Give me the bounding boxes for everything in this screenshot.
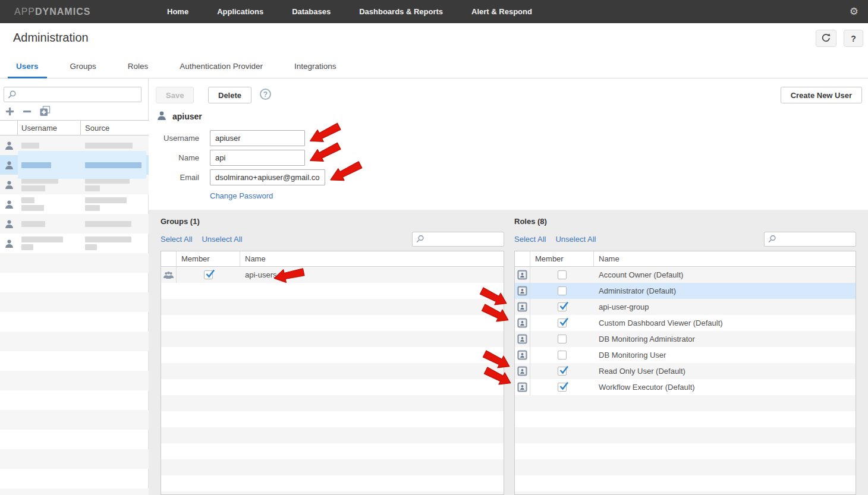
role-row-workflow-executor-default[interactable]: Workflow Executor (Default) — [515, 379, 856, 395]
member-checkbox[interactable] — [558, 383, 567, 392]
delete-button[interactable]: Delete — [208, 87, 251, 103]
empty-row — [0, 430, 149, 449]
tab-authentication-provider[interactable]: Authentication Provider — [171, 56, 271, 78]
role-row-db-monitoring-administrator[interactable]: DB Monitoring Administrator — [515, 331, 856, 347]
empty-row — [515, 443, 856, 459]
duplicate-user-icon[interactable] — [39, 106, 51, 116]
member-checkbox[interactable] — [204, 270, 213, 279]
groups-table-header: Member Name — [161, 251, 504, 267]
roles-table-header: Member Name — [515, 251, 856, 267]
member-checkbox[interactable] — [558, 302, 567, 311]
groups-panel: Groups (1) Select All Unselect All Membe… — [161, 210, 504, 495]
empty-row — [161, 459, 504, 475]
email-row: Email — [149, 169, 325, 185]
roles-search-input[interactable] — [764, 232, 856, 247]
user-row[interactable] — [0, 155, 149, 175]
empty-row — [515, 427, 856, 443]
user-row[interactable] — [0, 234, 149, 253]
user-form: Username Name Email — [149, 130, 325, 189]
main-content: Save Delete ? Create New User apiuser Us… — [149, 78, 868, 495]
member-checkbox[interactable] — [558, 351, 567, 360]
users-search — [4, 87, 141, 102]
source-column-header: Source — [81, 121, 149, 135]
user-row[interactable] — [0, 194, 149, 214]
tab-groups[interactable]: Groups — [62, 56, 105, 78]
search-icon — [416, 235, 424, 244]
save-button[interactable]: Save — [156, 87, 194, 103]
help-button[interactable]: ? — [844, 30, 863, 47]
nav-item-home[interactable]: Home — [167, 7, 188, 16]
user-row[interactable] — [0, 214, 149, 234]
nav-item-dashboards-reports[interactable]: Dashboards & Reports — [359, 7, 443, 16]
groups-search — [412, 232, 504, 247]
roles-select-all-link[interactable]: Select All — [514, 235, 546, 244]
role-row-api-user-group[interactable]: api-user-group — [515, 299, 856, 315]
empty-row — [0, 273, 149, 292]
role-row-db-monitoring-user[interactable]: DB Monitoring User — [515, 347, 856, 363]
users-icon-column-header — [0, 121, 18, 135]
role-name: api-user-group — [594, 299, 856, 315]
empty-row — [161, 379, 504, 395]
logo-text-dynamics: DYNAMICS — [35, 7, 90, 17]
role-name: Read Only User (Default) — [594, 363, 856, 379]
nav-item-databases[interactable]: Databases — [292, 7, 331, 16]
role-name: Custom Dashboard Viewer (Default) — [594, 315, 856, 331]
role-row-read-only-user-default[interactable]: Read Only User (Default) — [515, 363, 856, 379]
redacted-source — [85, 205, 100, 211]
name-field[interactable] — [210, 150, 305, 166]
redacted-username — [21, 237, 63, 242]
gear-icon[interactable]: ⚙ — [850, 0, 858, 23]
add-user-icon[interactable] — [5, 106, 15, 116]
redacted-username — [21, 221, 45, 227]
empty-row — [0, 488, 149, 495]
empty-row — [161, 299, 504, 315]
role-icon — [515, 363, 530, 379]
role-row-custom-dashboard-viewer-default[interactable]: Custom Dashboard Viewer (Default) — [515, 315, 856, 331]
membership-panels: Groups (1) Select All Unselect All Membe… — [149, 210, 868, 495]
empty-row — [515, 491, 856, 495]
roles-search — [764, 232, 856, 247]
role-icon — [515, 379, 530, 395]
member-checkbox[interactable] — [558, 319, 567, 327]
change-password-link[interactable]: Change Password — [210, 191, 273, 200]
tab-roles[interactable]: Roles — [119, 56, 157, 78]
remove-user-icon[interactable] — [22, 106, 32, 116]
groups-unselect-all-link[interactable]: Unselect All — [202, 235, 242, 244]
groups-search-input[interactable] — [412, 232, 504, 247]
role-name: Administrator (Default) — [594, 283, 856, 299]
member-checkbox[interactable] — [558, 286, 567, 295]
context-help-icon[interactable]: ? — [260, 89, 271, 100]
roles-member-column-header: Member — [530, 251, 594, 266]
role-row-administrator-default[interactable]: Administrator (Default) — [515, 283, 856, 299]
nav-item-applications[interactable]: Applications — [217, 7, 263, 16]
role-row-account-owner-default[interactable]: Account Owner (Default) — [515, 267, 856, 283]
member-checkbox[interactable] — [558, 270, 567, 279]
appdynamics-logo: APPDYNAMICS — [14, 0, 90, 23]
user-icon — [156, 111, 167, 122]
empty-row — [515, 475, 856, 491]
username-field[interactable] — [210, 130, 305, 146]
question-mark-icon: ? — [851, 34, 856, 43]
group-row-api-users[interactable]: api-users — [161, 267, 504, 283]
email-field[interactable] — [210, 169, 325, 185]
empty-row — [0, 351, 149, 371]
member-checkbox[interactable] — [558, 367, 567, 376]
member-checkbox[interactable] — [558, 335, 567, 343]
refresh-button[interactable] — [816, 30, 836, 47]
roles-unselect-all-link[interactable]: Unselect All — [555, 235, 596, 244]
groups-select-all-link[interactable]: Select All — [161, 235, 192, 244]
users-toolbar — [5, 106, 51, 116]
user-icon — [0, 180, 18, 190]
role-icon — [515, 267, 530, 283]
roles-table: Member Name Account Owner (Default)Admin… — [514, 251, 856, 495]
role-icon — [515, 299, 530, 315]
create-new-user-button[interactable]: Create New User — [781, 87, 862, 103]
nav-item-alert-respond[interactable]: Alert & Respond — [471, 7, 532, 16]
users-search-input[interactable] — [4, 87, 141, 102]
tab-users[interactable]: Users — [8, 56, 47, 78]
empty-row — [161, 283, 504, 299]
tab-integrations[interactable]: Integrations — [286, 56, 345, 78]
role-icon — [515, 347, 530, 363]
email-label: Email — [149, 173, 199, 182]
roles-table-body: Account Owner (Default)Administrator (De… — [515, 267, 856, 495]
